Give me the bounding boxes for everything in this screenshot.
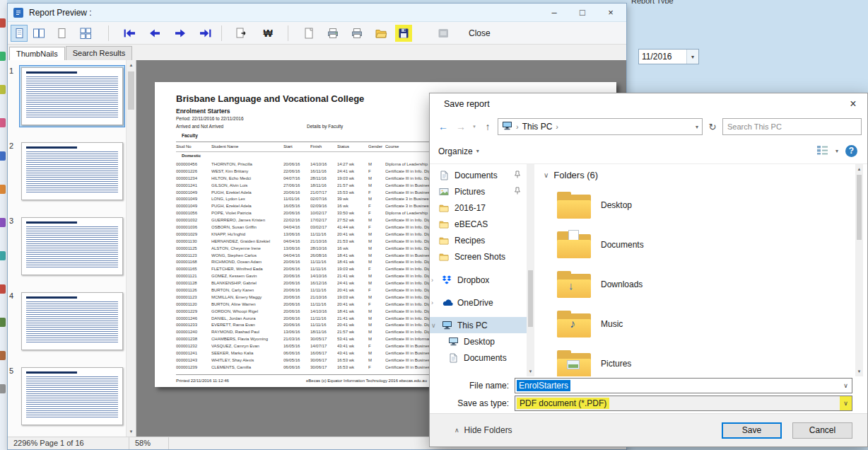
page-setup-button[interactable]: [300, 25, 317, 42]
date-dropdown-icon[interactable]: ▾: [686, 50, 698, 64]
single-page-view-button[interactable]: [11, 25, 28, 42]
expand-chevron-icon[interactable]: ›: [431, 277, 438, 284]
first-page-button[interactable]: [121, 25, 138, 42]
dialog-footer: ∧ Hide Folders Save Cancel: [430, 413, 867, 446]
nav-item-onedrive[interactable]: ›OneDrive: [430, 294, 527, 311]
currency-format-button[interactable]: ₩: [259, 25, 276, 42]
thumbnail-item-page-3[interactable]: 3: [9, 216, 124, 277]
change-view-icon[interactable]: [816, 145, 828, 157]
export-page-button[interactable]: [233, 25, 250, 42]
scroll-down-icon[interactable]: ▼: [127, 427, 136, 437]
print-button[interactable]: [324, 25, 341, 42]
save-report-button[interactable]: [395, 25, 412, 42]
thumbnail-item-page-2[interactable]: 2: [9, 141, 124, 202]
previous-page-button[interactable]: [146, 25, 163, 42]
thumbnail-item-page-4[interactable]: 4: [9, 291, 124, 352]
report-cell: WHITLEY, Shay Alexis: [211, 357, 282, 364]
thumbnail-preview[interactable]: [21, 217, 123, 275]
scroll-up-icon[interactable]: ▲: [127, 60, 136, 70]
folder-name: Pictures: [601, 359, 631, 369]
expand-chevron-icon[interactable]: ∨: [431, 322, 438, 329]
scroll-up-icon[interactable]: ▲: [855, 164, 863, 174]
report-preview-titlebar[interactable]: Report Preview : – □ ×: [8, 4, 626, 22]
cancel-button[interactable]: Cancel: [792, 422, 852, 439]
printer-setup-button[interactable]: [348, 25, 365, 42]
folder-item-music[interactable]: ♪Music: [537, 304, 852, 344]
breadcrumb-chevron-icon[interactable]: ›: [556, 122, 558, 131]
breadcrumb[interactable]: › This PC › ▾: [498, 118, 703, 135]
dialog-titlebar[interactable]: Save report ×: [430, 93, 867, 115]
scrollbar-thumb[interactable]: [128, 71, 134, 110]
refresh-icon[interactable]: ↻: [705, 122, 720, 132]
breadcrumb-chevron-icon[interactable]: ›: [516, 122, 519, 131]
content-scrollbar[interactable]: ▲ ▼: [855, 164, 863, 376]
close-preview-button[interactable]: Close: [469, 28, 491, 38]
address-dropdown-icon[interactable]: ▾: [696, 124, 698, 130]
next-page-button[interactable]: [172, 25, 189, 42]
thumbnail-scrollbar[interactable]: ▲ ▼: [126, 60, 136, 437]
scrollbar-thumb[interactable]: [528, 270, 533, 327]
folder-item-documents[interactable]: Documents: [537, 225, 852, 265]
folder-item-pictures[interactable]: Pictures: [537, 344, 852, 376]
file-name-label: File name:: [430, 381, 515, 391]
hide-folders-button[interactable]: ∧ Hide Folders: [454, 425, 722, 435]
file-name-input[interactable]: EnrolStarters ∨: [515, 378, 852, 393]
report-cell: GOMEZ, Kessem Gavin: [211, 273, 282, 280]
report-filter-right: Details by Faculty: [307, 124, 343, 129]
breadcrumb-location[interactable]: This PC: [522, 122, 553, 132]
expand-chevron-icon[interactable]: ›: [431, 299, 438, 306]
last-page-button[interactable]: [197, 25, 214, 42]
save-button[interactable]: Save: [722, 422, 782, 439]
scrollbar-thumb[interactable]: [857, 175, 862, 240]
save-as-type-select[interactable]: PDF document (*.PDF) ∨: [515, 396, 852, 411]
report-cell: HERNANDEZ, Graiden Ezekiel: [211, 238, 282, 246]
open-report-button[interactable]: [373, 25, 389, 42]
nav-item-documents[interactable]: Documents: [430, 350, 527, 366]
thumbnail-preview[interactable]: [21, 142, 123, 200]
report-subgroup-label: Domestic: [182, 154, 201, 158]
folder-item-downloads[interactable]: ↓Downloads: [537, 265, 852, 304]
search-input[interactable]: [722, 118, 862, 135]
facing-pages-view-button[interactable]: [30, 25, 47, 42]
minimize-icon[interactable]: –: [549, 7, 560, 18]
maximize-icon[interactable]: □: [577, 7, 588, 18]
close-icon[interactable]: ×: [605, 7, 616, 18]
up-icon[interactable]: ↑: [480, 121, 495, 132]
navigation-scrollbar[interactable]: ▼: [527, 164, 534, 376]
dialog-close-icon[interactable]: ×: [839, 98, 867, 110]
thumbnail-item-page-1[interactable]: 1: [9, 66, 124, 127]
save-as-type-dropdown-icon[interactable]: ∨: [840, 396, 852, 410]
thumbnail-preview[interactable]: [21, 292, 123, 350]
nav-item-dropbox[interactable]: ›Dropbox: [430, 272, 527, 288]
help-icon[interactable]: ?: [845, 145, 857, 157]
report-cell: VASQUEZ, Camryn Evan: [211, 343, 282, 350]
nav-item-this-pc[interactable]: ∨This PC: [430, 317, 527, 333]
organize-button[interactable]: Organize ▾: [438, 146, 816, 156]
folders-group-header[interactable]: ∨ Folders (6): [544, 170, 598, 180]
window-controls: – □ ×: [549, 7, 616, 18]
nav-item-recipes[interactable]: Recipes: [430, 232, 527, 248]
nav-item-screen-shots[interactable]: Screen Shots: [430, 248, 527, 265]
nav-item-pictures[interactable]: Pictures: [430, 183, 527, 200]
multi-page-view-button[interactable]: [77, 25, 94, 42]
nav-item-2016-17[interactable]: 2016-17: [430, 200, 527, 216]
report-date-combobox[interactable]: 11/2016 ▾: [638, 49, 699, 64]
file-name-dropdown-icon[interactable]: ∨: [840, 382, 852, 389]
nav-item-ebecas[interactable]: eBECAS: [430, 216, 527, 232]
tab-search-results[interactable]: Search Results: [66, 46, 133, 60]
back-icon[interactable]: ←: [435, 121, 451, 132]
nav-item-documents[interactable]: Documents: [430, 167, 527, 183]
thumbnail-preview[interactable]: [21, 67, 123, 125]
folder-item-desktop[interactable]: Desktop: [537, 185, 852, 225]
report-cell: 000001123: [176, 253, 210, 260]
group-collapse-icon[interactable]: ∨: [544, 171, 549, 179]
report-cell: GUERRERO, James Kristen: [211, 217, 282, 224]
thumbnail-preview[interactable]: [21, 367, 123, 425]
thumbnail-item-page-5[interactable]: 5: [9, 366, 124, 427]
view-dropdown-icon[interactable]: ▾: [835, 148, 838, 154]
blank-page-view-button[interactable]: [53, 25, 70, 42]
report-cell: BLANKENSHIP, Gabriel: [211, 280, 282, 287]
history-dropdown-icon[interactable]: ▾: [471, 124, 478, 129]
tab-thumbnails[interactable]: ThumbNails: [9, 47, 65, 61]
nav-item-desktop[interactable]: Desktop: [430, 333, 527, 350]
